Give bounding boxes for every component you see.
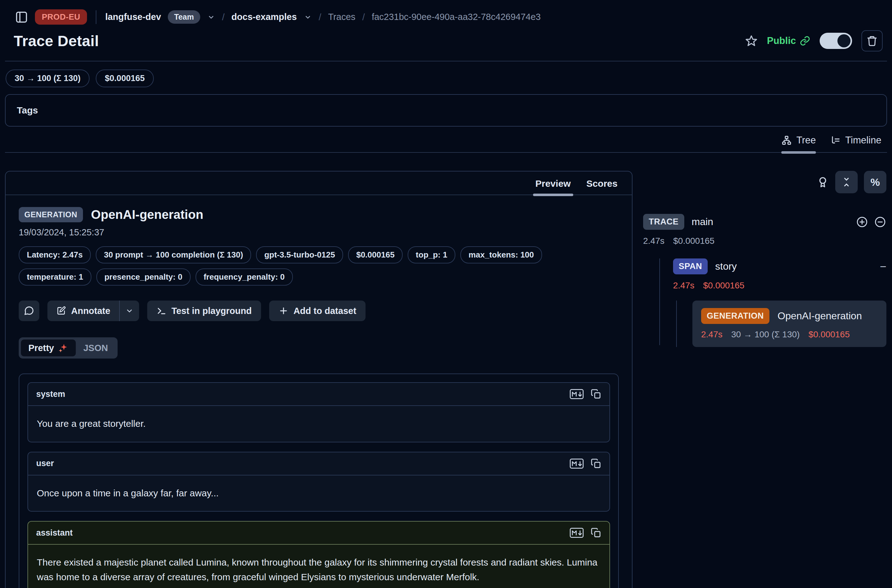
annotate-label: Annotate bbox=[71, 306, 110, 316]
add-to-dataset-button[interactable]: Add to dataset bbox=[269, 300, 365, 321]
message-header: system bbox=[28, 383, 610, 406]
trace-summary-badges: 30 → 100 (Σ 130)$0.000165 bbox=[5, 62, 887, 87]
span-row: SPAN story − bbox=[673, 258, 886, 274]
breadcrumb-project[interactable]: docs-examples bbox=[231, 12, 297, 22]
annotate-button[interactable]: Annotate bbox=[47, 300, 119, 321]
span-cost: $0.000165 bbox=[703, 280, 745, 291]
tree-node-trace[interactable]: TRACE main bbox=[643, 214, 886, 230]
observation-meta-badge: presence_penalty: 0 bbox=[96, 268, 191, 286]
chevron-down-icon[interactable] bbox=[207, 13, 215, 21]
test-in-playground-button[interactable]: Test in playground bbox=[147, 300, 261, 321]
pretty-label: Pretty bbox=[29, 343, 54, 353]
scores-award-button[interactable] bbox=[817, 176, 829, 188]
message-assistant: assistant bbox=[27, 521, 610, 588]
collapse-node-button[interactable]: − bbox=[880, 261, 886, 272]
generation-tokens: 30 → 100 (Σ 130) bbox=[731, 330, 800, 339]
copy-button[interactable] bbox=[591, 458, 601, 469]
messages-container: system bbox=[19, 374, 619, 588]
tab-scores-label: Scores bbox=[586, 178, 617, 189]
delete-trace-button[interactable] bbox=[862, 30, 883, 51]
observation-meta-badge: frequency_penalty: 0 bbox=[195, 268, 293, 286]
link-icon bbox=[800, 36, 810, 46]
copy-button[interactable] bbox=[591, 528, 601, 538]
plus-icon bbox=[279, 306, 288, 316]
active-tab-indicator bbox=[781, 151, 816, 154]
trace-tree-panel: % TRACE main 2.47s $0.000165 bbox=[643, 171, 887, 347]
observation-meta-badges: Latency: 2.47s30 prompt → 100 completion… bbox=[19, 246, 619, 286]
markdown-toggle-button[interactable] bbox=[569, 458, 584, 469]
public-toggle[interactable] bbox=[820, 33, 852, 49]
markdown-toggle-button[interactable] bbox=[569, 527, 584, 538]
copy-icon bbox=[591, 528, 601, 538]
collapse-all-button[interactable] bbox=[835, 171, 858, 193]
content-area: Preview Scores GENERATION OpenAI-generat… bbox=[5, 171, 887, 588]
message-header-icons bbox=[569, 458, 601, 469]
message-role: system bbox=[36, 389, 65, 399]
trace-row-icons bbox=[856, 216, 886, 228]
tab-scores[interactable]: Scores bbox=[586, 178, 617, 195]
tree-node-generation-wrap: GENERATION OpenAI-generation 2.47s 30 → … bbox=[692, 300, 886, 347]
award-icon bbox=[817, 176, 829, 188]
copy-button[interactable] bbox=[591, 389, 601, 399]
tree-node-generation-selected[interactable]: GENERATION OpenAI-generation 2.47s 30 → … bbox=[692, 300, 886, 347]
assistant-paragraph-1: There existed a majestic planet called L… bbox=[37, 555, 601, 584]
environment-badge: PROD-EU bbox=[35, 9, 87, 25]
annotate-split-button: Annotate bbox=[47, 300, 139, 321]
header-actions: Public bbox=[745, 30, 883, 51]
observation-meta-badge: 30 prompt → 100 completion (Σ 130) bbox=[96, 246, 251, 264]
breadcrumb-org[interactable]: langfuse-dev bbox=[105, 12, 161, 22]
page-header: Trace Detail Public bbox=[5, 25, 887, 62]
format-json-button[interactable]: JSON bbox=[76, 340, 116, 356]
metrics-percent-button[interactable]: % bbox=[864, 171, 886, 193]
tab-timeline-label: Timeline bbox=[845, 135, 881, 146]
zoom-in-circle-button[interactable] bbox=[856, 216, 868, 228]
observation-actions: Annotate Test in playgroun bbox=[19, 300, 619, 321]
playground-label: Test in playground bbox=[171, 306, 252, 316]
tab-preview[interactable]: Preview bbox=[536, 178, 571, 195]
breadcrumb-traces[interactable]: Traces bbox=[328, 12, 356, 22]
collapse-vertical-icon bbox=[841, 177, 852, 188]
public-label: Public bbox=[767, 35, 796, 46]
message-role: assistant bbox=[36, 528, 73, 538]
annotate-dropdown-button[interactable] bbox=[120, 300, 139, 321]
bookmark-star-button[interactable] bbox=[745, 34, 758, 47]
observation-title-row: GENERATION OpenAI-generation bbox=[19, 207, 619, 222]
trace-latency: 2.47s bbox=[643, 236, 665, 246]
message-content: There existed a majestic planet called L… bbox=[28, 544, 610, 588]
star-icon bbox=[745, 34, 758, 47]
trace-summary-badge: $0.000165 bbox=[96, 69, 154, 87]
observation-type-badge: GENERATION bbox=[19, 207, 83, 222]
org-type-badge: Team bbox=[168, 10, 200, 24]
tab-tree[interactable]: Tree bbox=[781, 135, 816, 152]
terminal-icon bbox=[156, 306, 167, 316]
tab-tree-label: Tree bbox=[796, 135, 816, 146]
markdown-icon bbox=[569, 458, 584, 469]
page-title: Trace Detail bbox=[14, 32, 99, 50]
sidebar-toggle-button[interactable] bbox=[15, 10, 28, 24]
format-toggle: Pretty JSON bbox=[19, 338, 117, 358]
format-pretty-button[interactable]: Pretty bbox=[21, 339, 76, 356]
tree-node-span[interactable]: SPAN story − 2.47s $0.000165 GENERATION … bbox=[673, 258, 886, 347]
message-content: You are a great storyteller. bbox=[28, 406, 610, 442]
trace-name: main bbox=[692, 216, 713, 228]
breadcrumb-slash: / bbox=[222, 12, 225, 22]
panel-left-icon bbox=[15, 10, 28, 24]
chevron-down-icon[interactable] bbox=[304, 13, 312, 21]
public-link[interactable]: Public bbox=[767, 35, 810, 46]
breadcrumb-slash: / bbox=[319, 12, 321, 22]
markdown-toggle-button[interactable] bbox=[569, 388, 584, 400]
observation-meta-badge: $0.000165 bbox=[348, 246, 402, 264]
message-user: user bbox=[27, 452, 610, 512]
tags-box[interactable]: Tags bbox=[5, 94, 887, 127]
tree-guide-line bbox=[659, 258, 660, 345]
tab-timeline[interactable]: Timeline bbox=[830, 135, 881, 152]
generation-latency: 2.47s bbox=[701, 330, 723, 339]
zoom-out-circle-button[interactable] bbox=[874, 216, 886, 228]
observation-meta-badge: temperature: 1 bbox=[19, 268, 92, 286]
edit-icon bbox=[56, 306, 66, 316]
comment-button[interactable] bbox=[19, 300, 39, 321]
trace-cost: $0.000165 bbox=[673, 236, 715, 246]
trace-detail-page: PROD-EU langfuse-dev Team / docs-example… bbox=[0, 0, 892, 588]
observation-timestamp: 19/03/2024, 15:25:37 bbox=[19, 227, 619, 238]
panel-tabs: Preview Scores bbox=[6, 171, 632, 195]
